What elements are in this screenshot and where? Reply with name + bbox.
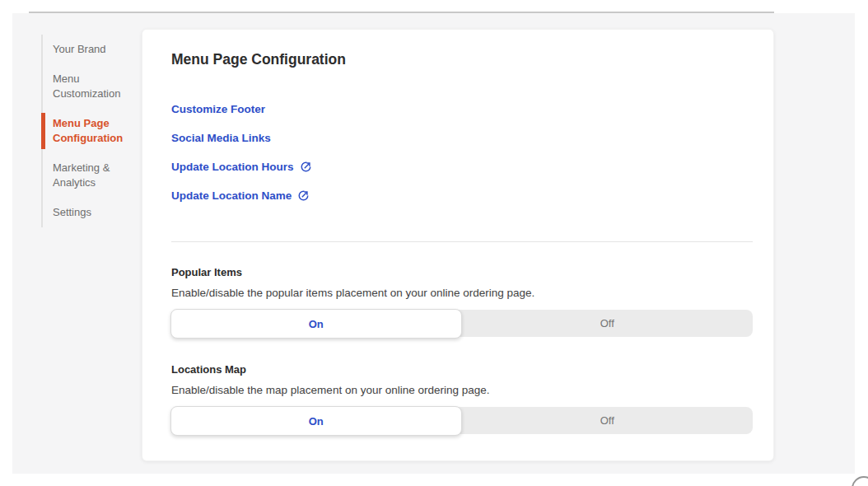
external-link-icon xyxy=(297,189,310,202)
configuration-links: Customize Footer Social Media Links Upda… xyxy=(171,102,753,203)
link-label: Customize Footer xyxy=(171,103,265,115)
toggle-section-locations-map: Locations Map Enable/disable the map pla… xyxy=(171,363,753,434)
link-update-location-hours[interactable]: Update Location Hours xyxy=(171,160,753,174)
link-social-media-links[interactable]: Social Media Links xyxy=(171,131,753,145)
sidebar-item-marketing-analytics[interactable]: Marketing & Analytics xyxy=(43,153,142,198)
toggle-sections: Popular Items Enable/disable the popular… xyxy=(171,266,753,434)
popular-items-on-segment[interactable]: On xyxy=(170,309,462,339)
locations-map-off-segment[interactable]: Off xyxy=(462,407,754,434)
toggle-description: Enable/disable the map placement on your… xyxy=(171,383,753,397)
link-label: Update Location Hours xyxy=(171,161,294,173)
page-title: Menu Page Configuration xyxy=(171,30,753,68)
sidebar-item-label: Menu Page Configuration xyxy=(53,117,123,144)
toggle-section-popular-items: Popular Items Enable/disable the popular… xyxy=(171,266,753,337)
segmented-control: OnOff xyxy=(171,310,753,337)
link-update-location-name[interactable]: Update Location Name xyxy=(171,189,753,203)
link-label: Social Media Links xyxy=(171,132,271,144)
sidebar-item-label: Settings xyxy=(53,206,91,218)
toggle-label: Popular Items xyxy=(171,266,753,279)
content-area: Your Brand Menu Customization Menu Page … xyxy=(12,13,855,474)
menu-page-configuration-card: Menu Page Configuration Customize Footer… xyxy=(142,29,774,461)
settings-sidebar-nav: Your Brand Menu Customization Menu Page … xyxy=(41,35,142,227)
locations-map-on-segment[interactable]: On xyxy=(170,406,462,436)
sidebar-item-label: Marketing & Analytics xyxy=(53,161,110,189)
sidebar-item-settings[interactable]: Settings xyxy=(43,198,142,227)
toggle-description: Enable/disable the popular items placeme… xyxy=(171,286,753,300)
link-customize-footer[interactable]: Customize Footer xyxy=(171,102,753,116)
sidebar-item-menu-page-configuration[interactable]: Menu Page Configuration xyxy=(43,109,142,153)
sidebar-item-menu-customization[interactable]: Menu Customization xyxy=(43,64,142,109)
external-link-icon xyxy=(300,161,312,173)
sidebar-item-label: Menu Customization xyxy=(53,72,120,100)
segmented-control: OnOff xyxy=(171,407,753,434)
section-divider xyxy=(171,241,753,242)
help-widget-button[interactable] xyxy=(852,476,868,486)
link-label: Update Location Name xyxy=(171,189,292,202)
popular-items-off-segment[interactable]: Off xyxy=(462,310,754,337)
sidebar-item-your-brand[interactable]: Your Brand xyxy=(43,35,142,64)
sidebar-item-label: Your Brand xyxy=(53,43,106,55)
toggle-label: Locations Map xyxy=(171,363,753,376)
